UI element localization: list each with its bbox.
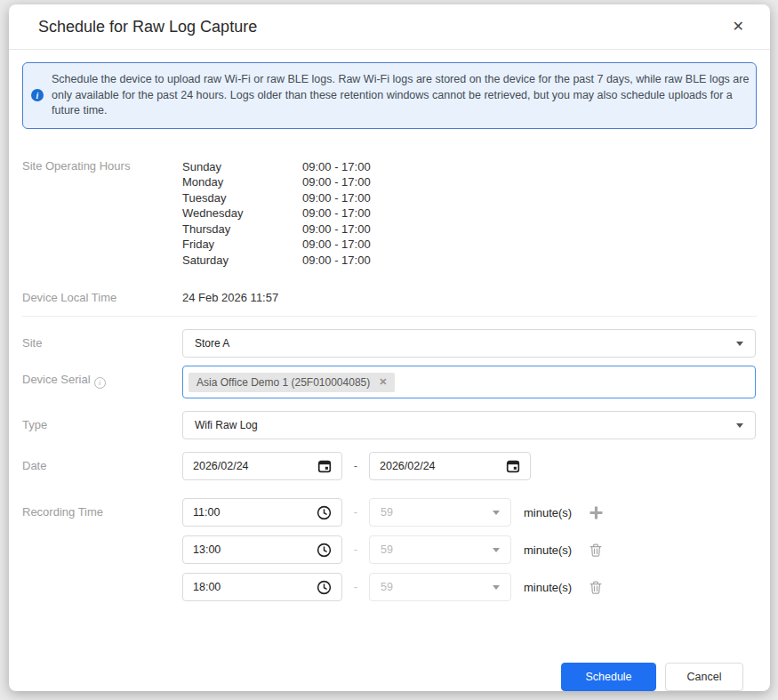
info-banner-line: Schedule the device to upload raw Wi-Fi … (52, 72, 749, 88)
dialog-body: i Schedule the device to upload raw Wi-F… (9, 50, 770, 691)
hours-row: Tuesday 09:00 - 17:00 (182, 190, 757, 206)
site-operating-hours-table: Sunday 09:00 - 17:00 Monday 09:00 - 17:0… (182, 159, 757, 269)
device-local-time-row: Device Local Time 24 Feb 2026 11:57 (22, 291, 757, 304)
recording-time-entry: 13:00 - 59 minute(s) (182, 535, 757, 564)
device-tag-text: Asia Office Demo 1 (25F010004085) (197, 376, 370, 389)
duration-value: 59 (381, 506, 393, 519)
minutes-unit-label: minute(s) (524, 581, 570, 594)
day-label: Thursday (182, 221, 302, 237)
dialog-header: Schedule for Raw Log Capture ✕ (9, 4, 770, 50)
recording-time-entry: 18:00 - 59 minute(s) (182, 573, 757, 601)
info-banner-text: Schedule the device to upload raw Wi-Fi … (52, 72, 749, 119)
info-banner-line: only available for the past 24 hours. Lo… (52, 88, 749, 104)
time-duration-separator: - (342, 573, 369, 601)
time-duration-separator: - (342, 535, 369, 564)
day-label: Tuesday (182, 190, 302, 206)
type-label: Type (22, 411, 182, 431)
recording-time-label: Recording Time (22, 498, 182, 519)
clock-icon[interactable] (317, 543, 332, 558)
info-icon: i (31, 89, 44, 101)
hours-value: 09:00 - 17:00 (302, 159, 371, 175)
date-row: Date 2026/02/24 - 2026/02/24 (22, 452, 757, 480)
hours-value: 09:00 - 17:00 (302, 253, 371, 269)
hours-row: Sunday 09:00 - 17:00 (182, 159, 757, 175)
site-select[interactable]: Store A (182, 329, 756, 358)
site-row: Site Store A (22, 329, 757, 358)
minutes-unit-label: minute(s) (524, 506, 570, 519)
time-duration-separator: - (342, 498, 369, 527)
date-range-separator: - (342, 452, 369, 480)
minutes-unit-label: minute(s) (524, 543, 570, 557)
clock-icon[interactable] (317, 505, 332, 520)
site-selected-value: Store A (195, 337, 229, 350)
site-operating-hours-label: Site Operating Hours (22, 159, 182, 173)
day-label: Saturday (182, 253, 302, 269)
duration-select[interactable]: 59 (369, 498, 511, 527)
calendar-icon[interactable] (317, 459, 332, 473)
site-operating-hours-row: Site Operating Hours Sunday 09:00 - 17:0… (22, 159, 757, 269)
device-serial-label-text: Device Serial (22, 373, 91, 386)
hours-value: 09:00 - 17:00 (302, 205, 371, 221)
type-selected-value: Wifi Raw Log (195, 419, 258, 431)
recording-time-input[interactable]: 18:00 (182, 573, 342, 601)
info-banner: i Schedule the device to upload raw Wi-F… (22, 62, 757, 129)
type-row: Type Wifi Raw Log (22, 411, 757, 439)
site-label: Site (22, 329, 182, 350)
hours-row: Friday 09:00 - 17:00 (182, 237, 757, 253)
recording-time-entry: 11:00 - 59 minute(s) (182, 498, 757, 527)
dialog-title: Schedule for Raw Log Capture (38, 18, 257, 36)
hours-row: Monday 09:00 - 17:00 (182, 174, 757, 190)
device-serial-label: Device Seriali (22, 366, 182, 389)
type-select[interactable]: Wifi Raw Log (182, 411, 756, 439)
date-end-input[interactable]: 2026/02/24 (369, 452, 531, 480)
dialog-footer: Schedule Cancel (22, 663, 757, 691)
recording-time-value: 13:00 (193, 543, 221, 556)
close-icon[interactable]: ✕ (729, 16, 748, 37)
duration-select[interactable]: 59 (369, 535, 511, 564)
schedule-button[interactable]: Schedule (561, 663, 656, 691)
hours-value: 09:00 - 17:00 (302, 190, 371, 206)
chevron-down-icon (493, 548, 500, 552)
remove-tag-icon[interactable]: ✕ (379, 376, 387, 388)
schedule-raw-log-capture-dialog: Schedule for Raw Log Capture ✕ i Schedul… (9, 4, 770, 691)
recording-time-row: Recording Time 11:00 - 59 minute(s) (22, 498, 757, 610)
hours-value: 09:00 - 17:00 (302, 237, 371, 253)
recording-time-input[interactable]: 11:00 (182, 498, 342, 527)
chevron-down-icon (736, 342, 743, 346)
day-label: Friday (182, 237, 302, 253)
add-recording-time-button[interactable] (590, 506, 603, 519)
clock-icon[interactable] (317, 580, 332, 595)
info-banner-line: future time. (52, 103, 749, 119)
day-label: Monday (182, 174, 302, 190)
date-start-value: 2026/02/24 (193, 460, 249, 472)
cancel-button[interactable]: Cancel (665, 663, 743, 691)
recording-time-input[interactable]: 13:00 (182, 535, 342, 564)
device-serial-row: Device Seriali Asia Office Demo 1 (25F01… (22, 366, 757, 398)
duration-select[interactable]: 59 (369, 573, 511, 601)
hours-row: Thursday 09:00 - 17:00 (182, 221, 757, 237)
device-tag: Asia Office Demo 1 (25F010004085) ✕ (188, 373, 395, 392)
chevron-down-icon (493, 511, 500, 515)
hours-value: 09:00 - 17:00 (302, 221, 371, 237)
device-serial-input[interactable]: Asia Office Demo 1 (25F010004085) ✕ (182, 366, 756, 398)
delete-recording-time-button[interactable] (590, 581, 602, 594)
hours-row: Wednesday 09:00 - 17:00 (182, 205, 757, 221)
calendar-icon[interactable] (506, 459, 520, 473)
hours-value: 09:00 - 17:00 (302, 174, 371, 190)
help-info-icon[interactable]: i (94, 377, 106, 389)
hours-row: Saturday 09:00 - 17:00 (182, 253, 757, 269)
delete-recording-time-button[interactable] (590, 543, 602, 557)
recording-time-value: 18:00 (193, 581, 221, 593)
date-label: Date (22, 452, 182, 472)
section-divider (22, 316, 757, 317)
day-label: Wednesday (182, 205, 302, 221)
chevron-down-icon (493, 585, 500, 590)
recording-time-value: 11:00 (193, 506, 220, 519)
device-local-time-value: 24 Feb 2026 11:57 (182, 291, 757, 304)
day-label: Sunday (182, 159, 302, 175)
chevron-down-icon (736, 423, 743, 428)
duration-value: 59 (381, 581, 393, 593)
date-start-input[interactable]: 2026/02/24 (182, 452, 342, 480)
device-local-time-label: Device Local Time (22, 291, 182, 304)
duration-value: 59 (381, 543, 393, 556)
